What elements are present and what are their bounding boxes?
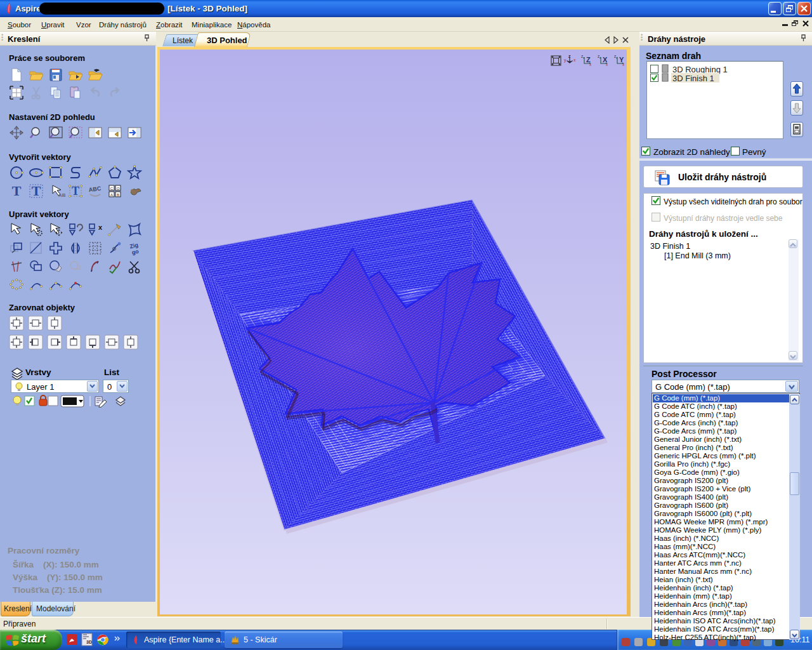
svg-text:C: C (110, 187, 114, 190)
svg-text:z: z (581, 54, 583, 58)
svg-text:3D: 3D (86, 640, 92, 644)
svg-text:x: x (606, 62, 608, 67)
svg-text:T: T (32, 183, 41, 199)
svg-text:A: A (110, 193, 113, 197)
svg-text:z: z (568, 54, 571, 58)
svg-text:z: z (614, 54, 616, 58)
svg-text:AB: AB (58, 192, 66, 198)
svg-text:ABC: ABC (88, 185, 102, 194)
svg-text:T: T (72, 185, 79, 197)
svg-text:x: x (98, 223, 103, 231)
svg-text:B: B (117, 193, 119, 197)
svg-text:go: go (131, 248, 140, 256)
svg-text:O: O (117, 187, 120, 190)
svg-text:y: y (564, 58, 566, 63)
svg-text:x: x (573, 58, 576, 62)
svg-text:T: T (12, 183, 22, 199)
svg-text:x: x (622, 62, 625, 67)
svg-text:x: x (589, 62, 592, 67)
svg-text:z: z (598, 54, 599, 58)
